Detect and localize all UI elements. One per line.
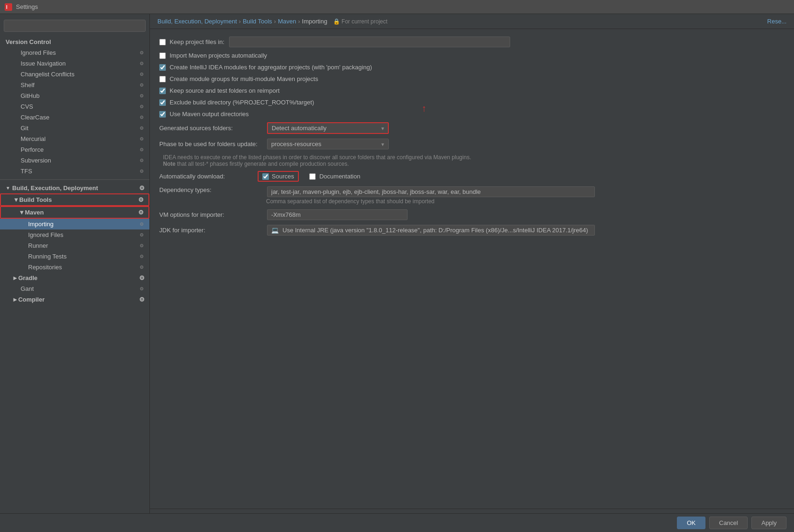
red-arrow-up: ↑	[422, 103, 426, 113]
build-execution-group[interactable]: ▼ Build, Execution, Deployment ⚙	[0, 183, 149, 193]
sidebar-icon-changelist: ⚙	[138, 71, 145, 78]
sidebar-icon-shelf: ⚙	[138, 82, 145, 89]
version-control-header: Version Control	[0, 36, 149, 47]
breadcrumb-sep1: ›	[239, 18, 241, 25]
keep-project-files-input[interactable]	[229, 37, 510, 47]
gradle-arrow-icon: ►	[12, 274, 18, 281]
keep-project-files-row: Keep project files in:	[159, 37, 785, 47]
search-box[interactable]	[4, 20, 146, 32]
sidebar-icon-repositories: ⚙	[138, 264, 145, 271]
apply-button[interactable]: Apply	[751, 517, 787, 529]
ok-button[interactable]: OK	[677, 517, 705, 529]
create-module-groups-label[interactable]: Create module groups for multi-module Ma…	[159, 75, 318, 82]
sidebar-icon-runner: ⚙	[138, 243, 145, 249]
auto-download-row: Automatically download: Sources Document…	[159, 171, 785, 182]
sidebar-icon-ignored-files: ⚙	[138, 50, 145, 56]
create-modules-checkbox[interactable]	[159, 64, 166, 71]
jdk-dropdown[interactable]: 💻 Use Internal JRE (java version "1.8.0_…	[267, 225, 595, 236]
breadcrumb-build-tools[interactable]: Build Tools	[243, 18, 272, 25]
gradle-group[interactable]: ► Gradle ⚙	[0, 273, 149, 283]
keep-source-row: Keep source and test folders on reimport	[159, 87, 785, 94]
breadcrumb: Build, Execution, Deployment › Build Too…	[150, 14, 794, 29]
breadcrumb-importing: Importing	[302, 18, 327, 25]
breadcrumb-maven[interactable]: Maven	[278, 18, 296, 25]
sidebar-item-git[interactable]: Git ⚙	[0, 123, 149, 133]
sidebar-icon-clearcase: ⚙	[138, 114, 145, 121]
dep-types-input[interactable]	[267, 186, 595, 197]
vm-options-input[interactable]	[267, 209, 408, 220]
dep-types-row: Dependency types: Comma separated list o…	[159, 186, 785, 205]
phase-dropdown-wrapper: process-resources generate-sources gener…	[267, 139, 389, 149]
sidebar-item-runner[interactable]: Runner ⚙	[0, 240, 149, 251]
maven-arrow-icon: ▼	[19, 209, 25, 216]
sidebar-icon-importing: ⚙	[138, 221, 145, 228]
import-maven-label[interactable]: Import Maven projects automatically	[159, 52, 267, 59]
sidebar-item-issue-navigation[interactable]: Issue Navigation ⚙	[0, 58, 149, 69]
sidebar-item-importing[interactable]: Importing ⚙	[0, 219, 149, 229]
sidebar-item-tfs[interactable]: TFS ⚙	[0, 166, 149, 177]
use-maven-output-label[interactable]: Use Maven output directories	[159, 111, 249, 118]
phase-dropdown[interactable]: process-resources generate-sources gener…	[267, 139, 389, 149]
sidebar-item-subversion[interactable]: Subversion ⚙	[0, 155, 149, 166]
horizontal-scrollbar[interactable]	[150, 509, 794, 513]
gradle-label: Gradle	[18, 274, 37, 281]
create-modules-row: Create IntelliJ IDEA modules for aggrega…	[159, 64, 785, 71]
reset-link[interactable]: Rese...	[767, 18, 787, 25]
settings-content: Keep project files in: Import Maven proj…	[150, 29, 794, 509]
bottom-bar: OK Cancel Apply	[0, 513, 794, 532]
sidebar-item-running-tests[interactable]: Running Tests ⚙	[0, 251, 149, 262]
sources-checkbox-label[interactable]: Sources	[258, 171, 299, 182]
breadcrumb-meta: 🔒 For current project	[333, 18, 387, 25]
sidebar-item-gant[interactable]: Gant ⚙	[0, 283, 149, 294]
jdk-row: JDK for importer: 💻 Use Internal JRE (ja…	[159, 225, 785, 236]
sidebar-item-maven-ignored[interactable]: Ignored Files ⚙	[0, 229, 149, 240]
exclude-build-checkbox[interactable]	[159, 99, 166, 106]
generated-sources-row: Generated sources folders: Detect automa…	[159, 122, 785, 134]
maven-label: Maven	[25, 209, 44, 216]
breadcrumb-sep2: ›	[274, 18, 276, 25]
search-input[interactable]	[8, 22, 141, 30]
generated-sources-label: Generated sources folders:	[159, 125, 262, 132]
sidebar-item-github[interactable]: GitHub ⚙	[0, 90, 149, 101]
sidebar-icon-perforce: ⚙	[138, 147, 145, 153]
build-group-icon: ⚙	[139, 185, 145, 192]
sidebar-item-changelist-conflicts[interactable]: Changelist Conflicts ⚙	[0, 69, 149, 80]
keep-source-checkbox[interactable]	[159, 88, 166, 94]
dep-types-info: Comma separated list of dependency types…	[161, 198, 785, 205]
use-maven-output-checkbox[interactable]	[159, 111, 166, 118]
cancel-button[interactable]: Cancel	[709, 517, 748, 529]
import-maven-checkbox[interactable]	[159, 52, 166, 59]
gradle-icon: ⚙	[139, 274, 145, 281]
build-tools-icon: ⚙	[138, 196, 144, 203]
keep-project-files-checkbox[interactable]	[159, 39, 166, 45]
create-modules-label[interactable]: Create IntelliJ IDEA modules for aggrega…	[159, 64, 372, 71]
maven-group[interactable]: ▼ Maven ⚙	[0, 206, 149, 219]
create-module-groups-row: Create module groups for multi-module Ma…	[159, 75, 785, 82]
sidebar-item-clearcase[interactable]: ClearCase ⚙	[0, 112, 149, 123]
generated-sources-dropdown[interactable]: Detect automatically Generated source ro…	[267, 122, 389, 134]
phase-row: Phase to be used for folders update: pro…	[159, 139, 785, 149]
compiler-group[interactable]: ► Compiler ⚙	[0, 294, 149, 305]
documentation-checkbox[interactable]	[309, 173, 316, 180]
content-area: Build, Execution, Deployment › Build Too…	[150, 14, 794, 513]
sidebar-icon-github: ⚙	[138, 93, 145, 99]
sidebar-item-perforce[interactable]: Perforce ⚙	[0, 144, 149, 155]
sidebar-item-cvs[interactable]: CVS ⚙	[0, 101, 149, 112]
sidebar-item-ignored-files[interactable]: Ignored Files ⚙	[0, 47, 149, 58]
keep-project-files-checkbox-label[interactable]: Keep project files in:	[159, 38, 224, 45]
jdk-icon: 💻	[271, 227, 279, 234]
sidebar-item-shelf[interactable]: Shelf ⚙	[0, 80, 149, 90]
breadcrumb-build[interactable]: Build, Execution, Deployment	[157, 18, 237, 25]
exclude-build-label[interactable]: Exclude build directory (%PROJECT_ROOT%/…	[159, 99, 314, 106]
sources-checkbox[interactable]	[262, 173, 269, 180]
create-module-groups-checkbox[interactable]	[159, 76, 166, 82]
sidebar-item-mercurial[interactable]: Mercurial ⚙	[0, 133, 149, 144]
window-title: Settings	[16, 3, 38, 10]
documentation-checkbox-label[interactable]: Documentation	[309, 173, 360, 180]
sidebar-item-repositories[interactable]: Repositories ⚙	[0, 262, 149, 273]
build-tools-group[interactable]: ▼ Build Tools ⚙	[0, 193, 149, 206]
compiler-label: Compiler	[18, 296, 45, 303]
keep-source-label[interactable]: Keep source and test folders on reimport	[159, 87, 280, 94]
vm-options-row: VM options for importer:	[159, 209, 785, 220]
dep-types-label: Dependency types:	[159, 186, 262, 193]
